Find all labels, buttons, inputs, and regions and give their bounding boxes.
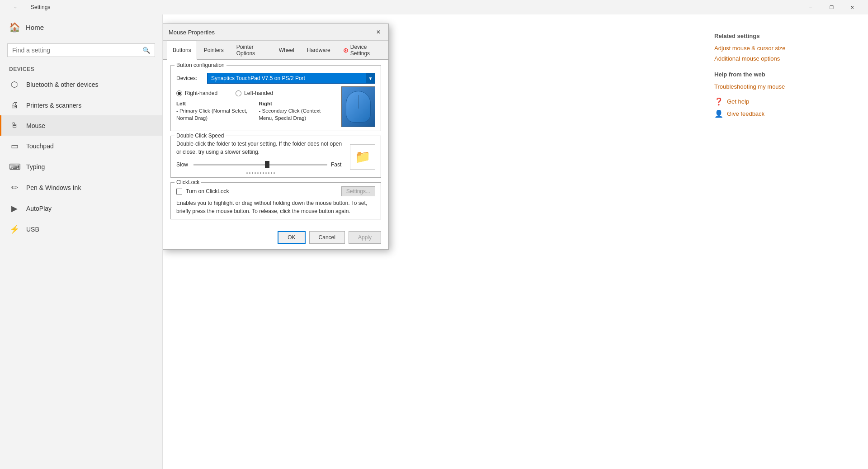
clicklock-checkbox[interactable]	[176, 189, 182, 194]
speed-slider[interactable]	[193, 164, 327, 166]
tab-wheel[interactable]: Wheel	[273, 41, 300, 60]
double-click-desc: Double-click the folder to test your set…	[176, 140, 344, 174]
left-desc-text: - Primary Click (Normal Select, Normal D…	[176, 108, 247, 121]
tab-hardware-label: Hardware	[307, 47, 330, 53]
sidebar-item-printers[interactable]: 🖨 Printers & scanners	[0, 95, 162, 115]
sidebar-item-pen[interactable]: ✏ Pen & Windows Ink	[0, 177, 162, 198]
give-feedback-icon: 👤	[714, 109, 723, 118]
devices-row: Devices: Synaptics TouchPad V7.5 on PS/2…	[176, 73, 375, 84]
slider-dot	[268, 172, 269, 174]
tab-pointers[interactable]: Pointers	[198, 41, 230, 60]
autoplay-icon: ▶	[9, 204, 20, 213]
usb-icon: ⚡	[9, 224, 20, 234]
clicklock-group: ClickLock Turn on ClickLock Settings... …	[170, 182, 381, 219]
button-config-group: Button configuration Devices: Synaptics …	[170, 65, 381, 131]
search-icon: 🔍	[142, 47, 150, 54]
devices-select-arrow[interactable]: ▼	[366, 73, 375, 84]
slider-dot	[249, 172, 250, 174]
sidebar-home-button[interactable]: 🏠 Home	[0, 14, 162, 40]
maximize-button[interactable]: ❐	[821, 0, 842, 14]
left-handed-radio[interactable]: Left-handed	[236, 90, 273, 96]
tab-pointer-options-label: Pointer Options	[236, 44, 266, 57]
folder-emoji: 📁	[355, 149, 371, 164]
sidebar-item-mouse-label: Mouse	[26, 122, 45, 129]
clicklock-desc: Enables you to highlight or drag without…	[176, 199, 375, 215]
adjust-mouse-cursor-link[interactable]: Adjust mouse & cursor size	[714, 45, 841, 52]
ok-button[interactable]: OK	[278, 231, 305, 244]
right-hand-desc: Right - Secondary Click (Context Menu, S…	[259, 100, 336, 122]
clicklock-checkbox-label: Turn on ClickLock	[186, 188, 229, 194]
back-button[interactable]: ←	[5, 0, 26, 14]
titlebar-title: Settings	[31, 4, 50, 10]
right-hand-desc-text: Right - Secondary Click (Context Menu, S…	[259, 100, 336, 122]
dialog-titlebar: Mouse Properties ✕	[163, 24, 388, 41]
search-box[interactable]: 🔍	[7, 43, 155, 57]
tab-wheel-label: Wheel	[279, 47, 294, 53]
sidebar-item-printers-label: Printers & scanners	[26, 102, 81, 109]
right-handed-radio[interactable]: Right-handed	[176, 90, 217, 96]
sidebar-item-bluetooth-label: Bluetooth & other devices	[26, 81, 99, 88]
clicklock-checkbox-row: Turn on ClickLock Settings...	[176, 186, 375, 196]
slow-label: Slow	[176, 161, 190, 169]
devices-select-wrapper[interactable]: Synaptics TouchPad V7.5 on PS/2 Port ▼	[207, 73, 375, 84]
sidebar-item-usb[interactable]: ⚡ USB	[0, 219, 162, 240]
folder-test-icon[interactable]: 📁	[350, 144, 375, 170]
dialog-title: Mouse Properties	[169, 29, 215, 36]
related-settings-panel: Related settings Adjust mouse & cursor s…	[714, 33, 841, 122]
help-from-web-title: Help from the web	[714, 71, 841, 78]
slider-thumb[interactable]	[265, 161, 269, 168]
get-help-icon: ❓	[714, 97, 723, 106]
titlebar-controls: – ❐ ✕	[800, 0, 863, 14]
mouse-properties-dialog: Mouse Properties ✕ Buttons Pointers Poin…	[163, 24, 389, 250]
mouse-graphic-inner	[346, 91, 371, 123]
search-input[interactable]	[12, 47, 139, 54]
related-settings-title: Related settings	[714, 33, 841, 39]
get-help-label[interactable]: Get help	[727, 98, 749, 105]
minimize-button[interactable]: –	[800, 0, 821, 14]
left-handed-label: Left-handed	[244, 90, 273, 96]
left-hand-desc: Left - Primary Click (Normal Select, Nor…	[176, 100, 254, 122]
touchpad-icon: ▭	[9, 141, 20, 151]
tab-buttons[interactable]: Buttons	[167, 41, 197, 60]
double-click-body: Double-click the folder to test your set…	[176, 140, 375, 174]
pen-icon: ✏	[9, 183, 20, 193]
dialog-close-button[interactable]: ✕	[374, 28, 383, 37]
sidebar-item-touchpad[interactable]: ▭ Touchpad	[0, 136, 162, 156]
tab-device-settings[interactable]: ⊛ Device Settings	[337, 41, 385, 60]
close-button[interactable]: ✕	[842, 0, 863, 14]
tab-pointers-label: Pointers	[204, 47, 224, 53]
slider-area: Slow Fast	[176, 161, 344, 169]
sidebar: 🏠 Home 🔍 Devices ⬡ Bluetooth & other dev…	[0, 14, 163, 469]
tab-pointer-options[interactable]: Pointer Options	[231, 41, 272, 60]
titlebar-left: ← Settings	[5, 0, 50, 14]
troubleshooting-mouse-link[interactable]: Troubleshooting my mouse	[714, 83, 841, 90]
content-area: Mouse Mouse Properties ✕ Buttons Pointer…	[163, 14, 868, 469]
slider-dot	[257, 172, 259, 174]
dialog-tabs: Buttons Pointers Pointer Options Wheel H…	[163, 41, 388, 60]
sidebar-item-mouse[interactable]: 🖱 Mouse	[0, 115, 162, 136]
mouse-divider	[359, 95, 359, 109]
titlebar: ← Settings – ❐ ✕	[0, 0, 868, 14]
get-help-item[interactable]: ❓ Get help	[714, 97, 841, 106]
hand-descriptions: Left - Primary Click (Normal Select, Nor…	[176, 100, 336, 122]
sidebar-item-autoplay[interactable]: ▶ AutoPlay	[0, 198, 162, 219]
button-config-body: Right-handed Left-handed	[176, 86, 375, 127]
sidebar-item-bluetooth[interactable]: ⬡ Bluetooth & other devices	[0, 74, 162, 95]
tab-hardware[interactable]: Hardware	[301, 41, 336, 60]
give-feedback-label[interactable]: Give feedback	[727, 110, 764, 117]
apply-button[interactable]: Apply	[349, 231, 381, 244]
clicklock-settings-button[interactable]: Settings...	[341, 186, 375, 196]
cancel-button[interactable]: Cancel	[309, 231, 345, 244]
sidebar-item-usb-label: USB	[26, 226, 39, 233]
sidebar-item-typing[interactable]: ⌨ Typing	[0, 156, 162, 177]
slider-dot	[271, 172, 272, 174]
give-feedback-item[interactable]: 👤 Give feedback	[714, 109, 841, 118]
app-body: 🏠 Home 🔍 Devices ⬡ Bluetooth & other dev…	[0, 14, 868, 469]
double-click-desc-text: Double-click the folder to test your set…	[176, 141, 342, 155]
additional-mouse-options-link[interactable]: Additional mouse options	[714, 55, 841, 62]
right-handed-radio-circle	[176, 90, 182, 96]
mouse-graphic	[341, 86, 375, 127]
right-desc-text: - Secondary Click (Context Menu, Special…	[259, 108, 321, 121]
slider-dot	[265, 172, 267, 174]
dialog-buttons: OK Cancel Apply	[163, 227, 388, 249]
